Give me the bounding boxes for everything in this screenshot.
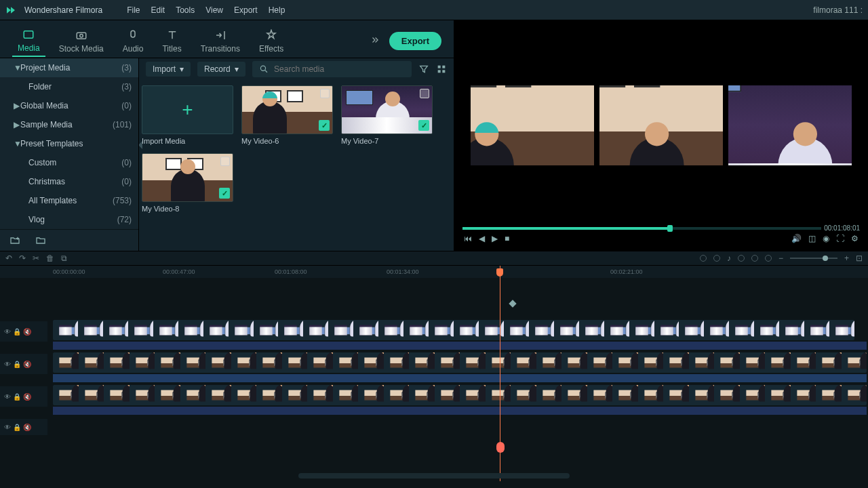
sidebar-item-folder[interactable]: Folder(3) xyxy=(0,77,138,96)
crop-button[interactable]: ⧉ xyxy=(61,253,67,263)
fullscreen-icon[interactable]: ⛶ xyxy=(836,234,844,243)
thumb-my-video-6[interactable]: ✓ My Video-6 xyxy=(241,85,333,145)
menu-export[interactable]: Export xyxy=(234,5,258,15)
prev-frame-button[interactable]: ⏮ xyxy=(464,234,472,243)
video-track-3[interactable] xyxy=(53,320,854,340)
sidebar-item-preset-templates[interactable]: ▼Preset Templates xyxy=(0,134,138,153)
marker-button[interactable] xyxy=(700,255,707,262)
video-track-2[interactable] xyxy=(53,352,867,373)
step-back-button[interactable]: ◀ xyxy=(479,234,485,243)
ruler-tick: 00:01:08:00 xyxy=(275,268,307,275)
menu-bar: File Edit Tools View Export Help xyxy=(127,5,285,15)
sidebar-item-label: Global Media xyxy=(20,101,68,110)
collapse-sidebar-button[interactable] xyxy=(139,141,142,149)
audio-waveform-2[interactable] xyxy=(53,374,867,382)
record-dropdown[interactable]: Record▾ xyxy=(197,62,245,77)
record-indicator[interactable] xyxy=(496,442,505,453)
media-grid: + Import Media ✓ My Video-6 ✓ My Video-7… xyxy=(139,80,454,251)
render-button[interactable] xyxy=(738,255,745,262)
media-toolbar: Import▾ Record▾ xyxy=(139,58,454,80)
keyframe-marker[interactable] xyxy=(509,300,516,307)
sidebar-item-sample-media[interactable]: ▶Sample Media(101) xyxy=(0,115,138,134)
track-header-v2[interactable]: 👁 🔒 🔇 xyxy=(0,354,47,374)
menu-tools[interactable]: Tools xyxy=(176,5,195,15)
tab-effects[interactable]: Effects xyxy=(254,26,289,56)
import-label: Import xyxy=(153,64,176,74)
media-sidebar: ▼Project Media(3) Folder(3) ▶Global Medi… xyxy=(0,58,139,251)
thumb-import[interactable]: + Import Media xyxy=(142,85,233,145)
zoom-slider[interactable] xyxy=(790,258,837,259)
more-tabs-button[interactable] xyxy=(369,35,381,47)
timeline-hscrollbar[interactable] xyxy=(298,473,570,479)
preview-scrubber[interactable] xyxy=(462,227,821,230)
cut-button[interactable]: ✂ xyxy=(33,253,39,263)
sidebar-item-all-templates[interactable]: All Templates(753) xyxy=(0,191,138,210)
volume-icon[interactable]: 🔊 xyxy=(791,234,802,243)
app-name: Wondershare Filmora xyxy=(24,5,102,15)
zoom-in-button[interactable]: + xyxy=(844,253,849,263)
import-dropdown[interactable]: Import▾ xyxy=(146,62,191,77)
tab-media[interactable]: Media xyxy=(12,26,45,57)
undo-button[interactable]: ↶ xyxy=(5,253,12,263)
tab-stock-media[interactable]: Stock Media xyxy=(54,26,109,56)
thumb-my-video-8[interactable]: ✓ My Video-8 xyxy=(142,153,233,213)
filter-icon[interactable] xyxy=(418,64,429,75)
preview-quality-icon[interactable]: ◉ xyxy=(823,234,829,243)
svg-rect-7 xyxy=(442,70,445,73)
preview-canvas[interactable] xyxy=(460,26,863,224)
track-header-v3[interactable]: 👁 🔒 🔇 xyxy=(0,321,47,342)
zoom-out-button[interactable]: − xyxy=(778,253,783,263)
grid-view-icon[interactable] xyxy=(436,64,447,75)
used-check-icon: ✓ xyxy=(319,120,330,131)
fit-zoom-button[interactable]: ⊡ xyxy=(856,253,863,263)
timeline-ruler[interactable]: 00:00:00:00 00:00:47:00 00:01:08:00 00:0… xyxy=(0,266,868,278)
delete-button[interactable]: 🗑 xyxy=(46,253,54,263)
new-folder-icon[interactable] xyxy=(9,235,20,246)
tab-audio-label: Audio xyxy=(123,44,144,54)
search-media[interactable] xyxy=(252,61,412,77)
track-header-a1[interactable]: 👁 🔒 🔇 xyxy=(0,419,47,435)
svg-rect-0 xyxy=(24,30,34,38)
sidebar-item-label: Custom xyxy=(28,158,56,167)
thumb-my-video-7[interactable]: ✓ My Video-7 xyxy=(341,85,433,145)
tab-transitions[interactable]: Transitions xyxy=(195,26,245,56)
audio-waveform-1[interactable] xyxy=(53,407,867,415)
snapshot-icon[interactable]: ◫ xyxy=(808,234,816,243)
chevron-down-icon: ▾ xyxy=(180,64,184,74)
mixer-icon[interactable]: ♪ xyxy=(727,253,731,263)
clip-type-icon xyxy=(420,89,429,98)
sidebar-item-vlog[interactable]: Vlog(72) xyxy=(0,210,138,229)
sidebar-item-custom[interactable]: Custom(0) xyxy=(0,153,138,172)
snap-button[interactable] xyxy=(751,255,758,262)
settings-icon[interactable]: ⚙ xyxy=(851,234,859,243)
timeline-toolbar: ↶ ↷ ✂ 🗑 ⧉ ♪ − + ⊡ xyxy=(0,251,868,266)
svg-point-2 xyxy=(79,34,83,37)
menu-view[interactable]: View xyxy=(205,5,223,15)
record-vo-button[interactable] xyxy=(713,255,720,262)
play-button[interactable]: ▶ xyxy=(492,234,498,243)
search-input[interactable] xyxy=(274,64,405,74)
plus-icon: + xyxy=(182,99,193,121)
sidebar-item-christmas[interactable]: Christmas(0) xyxy=(0,172,138,191)
folder-icon[interactable] xyxy=(35,235,46,246)
video-track-1[interactable] xyxy=(53,385,867,405)
redo-button[interactable]: ↷ xyxy=(19,253,26,263)
track-header-v1[interactable]: 👁 🔒 🔇 xyxy=(0,386,47,407)
thumb-label: Import Media xyxy=(142,137,233,145)
stop-button[interactable]: ■ xyxy=(505,234,509,243)
menu-help[interactable]: Help xyxy=(269,5,285,15)
sidebar-item-global-media[interactable]: ▶Global Media(0) xyxy=(0,96,138,115)
tab-titles[interactable]: Titles xyxy=(157,26,186,56)
tab-audio[interactable]: Audio xyxy=(117,26,149,56)
export-button[interactable]: Export xyxy=(389,32,441,50)
chevron-down-icon: ▾ xyxy=(235,64,239,74)
menu-edit[interactable]: Edit xyxy=(151,5,165,15)
preview-controls: ⏮ ◀ ▶ ■ 🔊 ◫ ◉ ⛶ ⚙ xyxy=(460,232,863,245)
audio-waveform-3[interactable] xyxy=(53,342,867,350)
preview-panel: 00:01:08:01 ⏮ ◀ ▶ ■ 🔊 ◫ ◉ ⛶ ⚙ xyxy=(454,20,868,251)
svg-rect-5 xyxy=(442,66,445,68)
timeline[interactable]: 00:00:00:00 00:00:47:00 00:01:08:00 00:0… xyxy=(0,266,868,481)
sidebar-item-project-media[interactable]: ▼Project Media(3) xyxy=(0,58,138,77)
menu-file[interactable]: File xyxy=(127,5,140,15)
link-button[interactable] xyxy=(765,255,772,262)
